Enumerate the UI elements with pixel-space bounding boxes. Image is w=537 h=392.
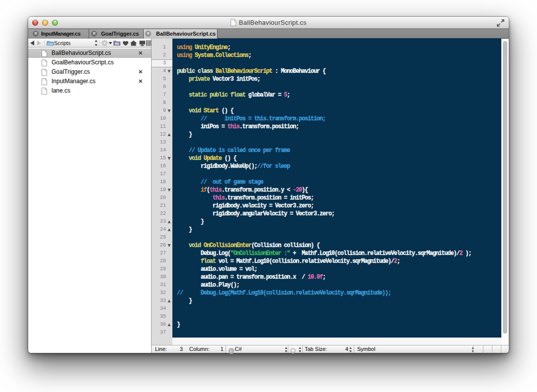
svg-text:Scripts: Scripts bbox=[54, 40, 71, 46]
